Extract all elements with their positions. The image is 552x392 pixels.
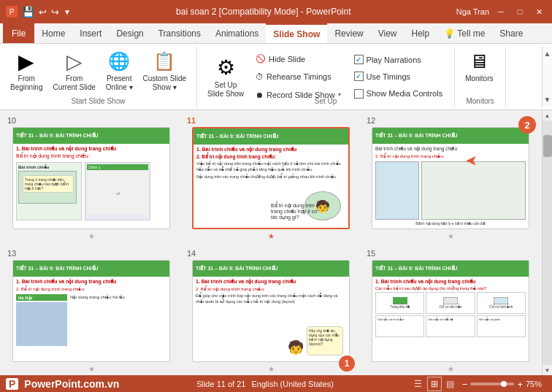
slide-sorter-button[interactable]: ⊞: [427, 377, 442, 391]
reading-view-button[interactable]: ▤: [443, 377, 458, 391]
tab-file[interactable]: File: [3, 23, 34, 43]
slide-info: Slide 11 of 21: [196, 380, 245, 388]
from-current-icon: ▷: [63, 50, 86, 73]
slide-star-10: ★: [88, 232, 95, 240]
tab-insert[interactable]: Insert: [72, 23, 109, 43]
zoom-slider[interactable]: [470, 383, 514, 385]
monitors-label: Monitors: [465, 74, 493, 83]
slide-image-12[interactable]: TIẾT 31 – BÀI 9: BÀI TRÌNH CHIẾU Bài trì…: [372, 127, 529, 229]
slide-thumb-14[interactable]: 14 TIẾT 31 – BÀI 9: BÀI TRÌNH CHIẾU 1. B…: [185, 249, 356, 373]
slide-image-15[interactable]: TIẾT 31 – BÀI 9: BÀI TRÌNH CHIẾU 1. Bài …: [372, 260, 529, 362]
play-narrations-checkbox[interactable]: Play Narrations: [354, 55, 443, 64]
slide-number-12: 12: [365, 116, 375, 125]
zoom-in-button[interactable]: +: [517, 379, 523, 390]
slide-left-panel-10: Bài trình chiếu Trong 2 trang chiếu bên,…: [16, 162, 82, 220]
setup-slideshow-label: Set UpSlide Show: [207, 81, 244, 99]
rehearse-timings-button[interactable]: ⏱ Rehearse Timings: [253, 71, 344, 82]
slide-body-10: 1. Bài trình chiếu và nội dung trang chi…: [13, 144, 169, 223]
slide-subtitle-12: 2. Bổ trí nội dung trình trang chiếu:: [375, 153, 526, 158]
zoom-level: 75%: [526, 380, 546, 388]
slide-number-13: 13: [6, 249, 16, 258]
slide-thumb-12[interactable]: 12 2 ➤ TIẾT 31 – BÀI 9: BÀI TRÌNH CHIẾU …: [365, 116, 536, 240]
ribbon-scroll-up[interactable]: ▲: [543, 50, 552, 58]
tab-tellme[interactable]: 💡 Tell me: [437, 23, 492, 43]
from-beginning-icon: ▶: [15, 50, 38, 73]
right-scrollbar[interactable]: ▲ ▼: [542, 110, 552, 375]
slide-image-13[interactable]: TIẾT 31 – BÀI 9: BÀI TRÌNH CHIẾU 1. Bài …: [12, 260, 170, 362]
group-monitors: 🖥 Monitors Monitors: [455, 47, 506, 107]
tab-help[interactable]: Help: [405, 23, 437, 43]
slide-thumb-10[interactable]: 10 TIẾT 31 – BÀI 9: BÀI TRÌNH CHIẾU 1. B…: [6, 116, 177, 240]
minimize-button[interactable]: ─: [494, 4, 508, 19]
tab-review[interactable]: Review: [327, 23, 370, 43]
slide-number-11: 11: [185, 116, 196, 125]
monitors-group-label: Monitors: [455, 97, 505, 105]
slide-bubble-14: Hãy cho biết tác dụng của các mẫu bố trí…: [307, 326, 343, 356]
slide-text-13: Nội dung trang chiếu hà lấy: [70, 294, 166, 346]
ribbon: File Home Insert Design Transitions Anim…: [0, 23, 552, 110]
setup-slideshow-icon: ⚙: [217, 55, 235, 80]
custom-slideshow-label: Custom SlideShow ▾: [143, 74, 186, 92]
play-narrations-check: [354, 55, 364, 64]
tab-home[interactable]: Home: [34, 23, 72, 43]
tab-share[interactable]: Share: [492, 23, 530, 43]
slide-image-10[interactable]: TIẾT 31 – BÀI 9: BÀI TRÌNH CHIẾU 1. Bài …: [12, 127, 170, 229]
save-icon[interactable]: 💾: [22, 6, 34, 18]
slide-star-13: ★: [88, 365, 95, 373]
use-timings-checkbox[interactable]: Use Timings: [354, 72, 443, 81]
scroll-down-button[interactable]: ▼: [543, 365, 552, 375]
zoom-slider-thumb[interactable]: [501, 381, 507, 387]
status-bar: P PowerPoint.com.vn Slide 11 of 21 Engli…: [0, 375, 552, 392]
slide-number-10: 10: [6, 116, 16, 125]
tab-design[interactable]: Design: [109, 23, 150, 43]
annotation-1: 1: [339, 356, 355, 372]
tab-view[interactable]: View: [371, 23, 405, 43]
from-current-button[interactable]: ▷ FromCurrent Slide: [48, 48, 99, 93]
redo-icon[interactable]: ↪: [51, 7, 59, 18]
slide-subtitle-11: 2. Bổ trí nội dung trình trang chiếu:: [196, 154, 345, 160]
slide-right-panel-10: Slide 1 📊: [85, 162, 150, 220]
slide-img-placeholder-12a: [375, 161, 419, 220]
zoom-out-button[interactable]: −: [462, 379, 468, 390]
slide-image-11[interactable]: TIẾT 31 – BÀI 9: BÀI TRÌNH CHIẾU 1. Bài …: [192, 127, 350, 229]
layout-3: Chỉ có hình ảnh: [477, 292, 526, 314]
undo-icon[interactable]: ↩: [39, 7, 47, 18]
brand-name: PowerPoint.com.vn: [24, 378, 119, 390]
title-bar: P 💾 ↩ ↪ ▼ bai soan 2 [Compatibility Mode…: [0, 0, 552, 23]
slide-image-14[interactable]: TIẾT 31 – BÀI 9: BÀI TRÌNH CHIẾU 1. Bài …: [192, 260, 350, 362]
use-timings-check: [354, 72, 364, 81]
slide-img-placeholder-12b: [421, 161, 526, 220]
layout-2: Chỉ có văn bản: [426, 292, 475, 314]
normal-view-button[interactable]: ☰: [411, 377, 426, 391]
quick-access-icon[interactable]: ▼: [64, 8, 71, 16]
ribbon-content: ▶ FromBeginning ▷ FromCurrent Slide 🌐 Pr…: [0, 44, 552, 109]
slide-number-14: 14: [185, 249, 196, 258]
from-beginning-button[interactable]: ▶ FromBeginning: [6, 48, 47, 93]
present-online-button[interactable]: 🌐 PresentOnline ▾: [101, 48, 137, 93]
slide-star-14: ★: [268, 365, 275, 373]
slide-thumb-15[interactable]: 15 TIẾT 31 – BÀI 9: BÀI TRÌNH CHIẾU 1. B…: [365, 249, 536, 373]
scroll-thumb[interactable]: [543, 135, 552, 157]
tab-slideshow[interactable]: Slide Show: [266, 23, 327, 43]
slide-header-text-13: TIẾT 31 – BÀI 9: BÀI TRÌNH CHIẾU: [16, 266, 99, 272]
ribbon-scroll-down[interactable]: ▼: [543, 96, 552, 104]
status-right: ☰ ⊞ ▤ − + 75%: [411, 377, 546, 391]
slide-subtitle-15: Các mẫu bố trí sau được áp dụng cho nhữn…: [375, 286, 526, 291]
hide-slide-button[interactable]: 🚫 Hide Slide: [253, 53, 344, 65]
slide-thumb-13[interactable]: 13 TIẾT 31 – BÀI 9: BÀI TRÌNH CHIẾU 1. B…: [6, 249, 177, 373]
scroll-up-button[interactable]: ▲: [543, 110, 552, 120]
tab-transitions[interactable]: Transitions: [151, 23, 208, 43]
slide-thumb-11[interactable]: 11 TIẾT 31 – BÀI 9: BÀI TRÌNH CHIẾU 1. B…: [185, 116, 356, 240]
slide-header-12: TIẾT 31 – BÀI 9: BÀI TRÌNH CHIẾU: [372, 128, 529, 144]
main-area: 10 TIẾT 31 – BÀI 9: BÀI TRÌNH CHIẾU 1. B…: [0, 110, 552, 375]
monitors-button[interactable]: 🖥 Monitors: [461, 48, 497, 85]
custom-slideshow-button[interactable]: 📋 Custom SlideShow ▾: [139, 48, 191, 93]
tab-animations[interactable]: Animations: [208, 23, 266, 43]
close-button[interactable]: ✕: [532, 4, 546, 19]
status-left: P PowerPoint.com.vn: [6, 378, 119, 390]
slide-char-14: 🧒: [288, 339, 304, 356]
play-narrations-label: Play Narrations: [367, 55, 421, 64]
maximize-button[interactable]: □: [513, 4, 527, 19]
slide-star-15: ★: [448, 365, 454, 373]
ribbon-scroll[interactable]: ▲ ▼: [542, 47, 552, 107]
